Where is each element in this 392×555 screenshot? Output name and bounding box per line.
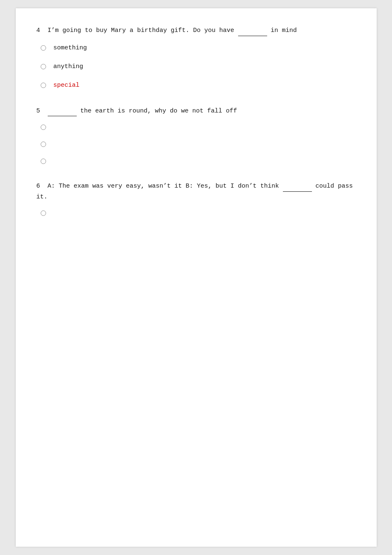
radio-q5-b[interactable] bbox=[41, 142, 46, 147]
option-label-q4-a: something bbox=[54, 44, 87, 51]
question-6-text: 6 A: The exam was very easy, wasn’t it B… bbox=[37, 181, 356, 202]
option-q4-c[interactable]: special bbox=[37, 82, 356, 89]
question-4-text: 4 I’m going to buy Mary a birthday gift.… bbox=[37, 25, 356, 36]
option-q4-b[interactable]: anything bbox=[37, 63, 356, 70]
question-6: 6 A: The exam was very easy, wasn’t it B… bbox=[37, 181, 356, 216]
radio-q4-a[interactable] bbox=[41, 45, 46, 51]
option-q5-b[interactable] bbox=[37, 142, 356, 147]
option-label-q4-b: anything bbox=[54, 63, 83, 70]
option-label-q4-c: special bbox=[54, 82, 80, 89]
radio-q4-b[interactable] bbox=[41, 64, 46, 69]
blank-q6 bbox=[283, 181, 312, 192]
radio-q4-c[interactable] bbox=[41, 83, 46, 88]
question-4: 4 I’m going to buy Mary a birthday gift.… bbox=[37, 25, 356, 89]
radio-q5-c[interactable] bbox=[41, 159, 46, 164]
radio-q5-a[interactable] bbox=[41, 125, 46, 130]
option-q5-c[interactable] bbox=[37, 159, 356, 164]
radio-q6-a[interactable] bbox=[41, 210, 46, 216]
question-5-text: 5 the earth is round, why do we not fall… bbox=[37, 105, 356, 117]
blank-q4 bbox=[238, 25, 267, 36]
blank-q5 bbox=[48, 105, 77, 117]
option-q4-a[interactable]: something bbox=[37, 44, 356, 51]
page-container: 4 I’m going to buy Mary a birthday gift.… bbox=[16, 8, 377, 547]
question-5: 5 the earth is round, why do we not fall… bbox=[37, 105, 356, 164]
option-q6-a[interactable] bbox=[37, 210, 356, 216]
option-q5-a[interactable] bbox=[37, 125, 356, 130]
